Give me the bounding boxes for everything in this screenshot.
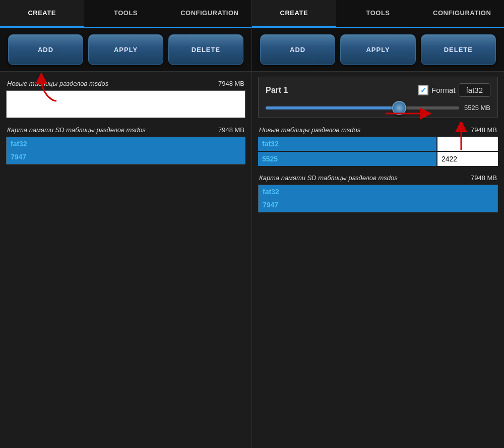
format-type-dropdown[interactable]: fat32 xyxy=(459,83,490,97)
right-split-blue-1-text: 5525 xyxy=(262,155,278,163)
left-partition-7947-text: 7947 xyxy=(11,153,26,161)
right-sd-table-title: Карта памяти SD таблицы разделов msdos xyxy=(259,174,398,182)
right-split-blue-0: fat32 xyxy=(258,137,436,151)
right-sd-table-box[interactable]: fat32 7947 xyxy=(258,185,498,212)
right-sd-table-section: Карта памяти SD таблицы разделов msdos 7… xyxy=(258,171,498,212)
right-split-row-1[interactable]: 5525 2422 xyxy=(258,152,498,166)
right-split-white-1-text: 2422 xyxy=(442,155,457,163)
tab-create-left[interactable]: CREATE xyxy=(0,0,84,27)
left-button-area: ADD APPLY DELETE xyxy=(0,28,251,72)
format-checkmark-icon: ✓ xyxy=(420,86,426,94)
part-config-header: Part 1 ✓ Format fat32 xyxy=(266,83,490,97)
right-split-blue-0-text: fat32 xyxy=(262,140,279,148)
left-partition-7947[interactable]: 7947 xyxy=(7,150,245,163)
right-split-white-1: 2422 xyxy=(437,152,498,166)
left-sd-table-section: Карта памяти SD таблицы разделов msdos 7… xyxy=(6,123,245,164)
tab-tools-right[interactable]: TOOLS xyxy=(336,0,420,27)
right-button-area: ADD APPLY DELETE xyxy=(252,28,504,72)
apply-button-right[interactable]: APPLY xyxy=(340,34,415,65)
tab-configuration-left[interactable]: CONFIGURATION xyxy=(168,0,251,27)
format-label-text: Format xyxy=(431,86,456,94)
right-new-table-header: Новые таблицы разделов msdos 7948 MB xyxy=(258,123,498,137)
left-new-table-section: Новые таблицы разделов msdos 7948 MB xyxy=(6,77,245,118)
right-partition-7947[interactable]: 7947 xyxy=(259,198,497,211)
right-partition-fat32-text: fat32 xyxy=(263,188,279,196)
left-new-table-header: Новые таблицы разделов msdos 7948 MB xyxy=(6,77,245,90)
right-partition-fat32[interactable]: fat32 xyxy=(259,185,497,198)
slider-value-label: 5525 MB xyxy=(464,104,490,111)
delete-button-right[interactable]: DELETE xyxy=(421,34,496,65)
right-split-partition-box: fat32 5525 2422 xyxy=(258,137,498,166)
right-sd-table-size: 7948 MB xyxy=(471,174,497,182)
left-new-table-box[interactable] xyxy=(6,90,245,118)
slider-thumb[interactable] xyxy=(392,101,406,115)
tab-create-right[interactable]: CREATE xyxy=(252,0,336,27)
right-content: Part 1 ✓ Format fat32 xyxy=(252,72,504,448)
left-new-table-size: 7948 MB xyxy=(218,80,244,87)
tab-tools-left[interactable]: TOOLS xyxy=(84,0,167,27)
part-name-label: Part 1 xyxy=(266,86,288,95)
format-area: ✓ Format fat32 xyxy=(418,83,490,97)
left-sd-table-title: Карта памяти SD таблицы разделов msdos xyxy=(7,126,146,134)
tab-configuration-right[interactable]: CONFIGURATION xyxy=(420,0,504,27)
size-slider-area: 5525 MB xyxy=(266,104,490,111)
left-sd-table-size: 7948 MB xyxy=(218,126,244,134)
right-split-blue-1: 5525 xyxy=(258,152,436,166)
left-sd-table-box[interactable]: fat32 7947 xyxy=(6,137,245,164)
part-config-box: Part 1 ✓ Format fat32 xyxy=(258,77,498,118)
right-split-row-0[interactable]: fat32 xyxy=(258,137,498,151)
right-tab-bar: CREATE TOOLS CONFIGURATION xyxy=(252,0,504,28)
delete-button-left[interactable]: DELETE xyxy=(168,34,243,65)
right-new-table-section: Новые таблицы разделов msdos 7948 MB fat… xyxy=(258,123,498,166)
left-tab-bar: CREATE TOOLS CONFIGURATION xyxy=(0,0,251,28)
left-partition-fat32[interactable]: fat32 xyxy=(7,137,245,150)
right-sd-table-header: Карта памяти SD таблицы разделов msdos 7… xyxy=(258,171,498,185)
add-button-right[interactable]: ADD xyxy=(260,34,335,65)
right-split-white-0 xyxy=(437,137,498,151)
right-new-table-title: Новые таблицы разделов msdos xyxy=(259,126,360,134)
format-checkbox[interactable]: ✓ xyxy=(418,85,428,95)
slider-fill xyxy=(266,106,399,109)
left-new-table-title: Новые таблицы разделов msdos xyxy=(7,80,108,87)
add-button-left[interactable]: ADD xyxy=(8,34,83,65)
left-sd-table-header: Карта памяти SD таблицы разделов msdos 7… xyxy=(6,123,245,137)
size-slider-track[interactable] xyxy=(266,106,459,109)
left-partition-fat32-text: fat32 xyxy=(11,140,27,148)
apply-button-left[interactable]: APPLY xyxy=(88,34,163,65)
right-new-table-size: 7948 MB xyxy=(471,126,497,134)
right-partition-7947-text: 7947 xyxy=(263,201,278,209)
left-content: Новые таблицы разделов msdos 7948 MB Кар… xyxy=(0,72,251,448)
